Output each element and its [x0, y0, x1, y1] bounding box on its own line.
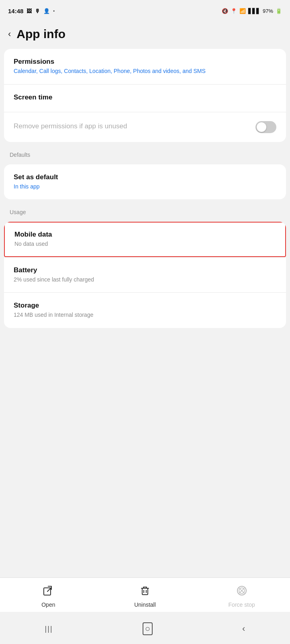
- remove-permissions-item[interactable]: Remove permissions if app is unused: [4, 112, 286, 142]
- back-button[interactable]: ‹: [8, 29, 11, 39]
- force-stop-button[interactable]: Force stop: [222, 585, 262, 608]
- mobile-data-item[interactable]: Mobile data No data used: [4, 222, 286, 257]
- page-title: App info: [16, 27, 65, 41]
- header: ‹ App info: [0, 20, 290, 49]
- remove-permissions-label-container: Remove permissions if app is unused: [14, 122, 127, 132]
- camera-icon: 🖼: [27, 8, 32, 14]
- open-button[interactable]: Open: [28, 585, 68, 608]
- home-nav-icon[interactable]: ○: [143, 622, 153, 635]
- force-stop-icon: [236, 585, 247, 599]
- battery-subtitle: 2% used since last fully charged: [14, 276, 276, 284]
- navigation-bar: ||| ○ ‹: [0, 616, 290, 644]
- battery-title: Battery: [14, 266, 276, 274]
- dot-icon: •: [53, 9, 55, 13]
- defaults-card: Set as default In this app: [4, 164, 286, 200]
- open-icon: [43, 585, 54, 599]
- wifi-icon: 📶: [239, 8, 246, 14]
- battery-icon: 🔋: [276, 8, 282, 14]
- storage-item[interactable]: Storage 124 MB used in Internal storage: [4, 292, 286, 328]
- storage-subtitle: 124 MB used in Internal storage: [14, 311, 276, 319]
- svg-rect-1: [142, 588, 148, 595]
- defaults-section-label: Defaults: [0, 146, 290, 160]
- usage-section-label: Usage: [0, 203, 290, 218]
- screen-time-title: Screen time: [14, 93, 276, 101]
- storage-title: Storage: [14, 302, 276, 310]
- microphone-icon: 🎙: [35, 8, 40, 14]
- person-icon: 👤: [43, 8, 50, 14]
- set-as-default-item[interactable]: Set as default In this app: [4, 164, 286, 200]
- recents-nav-icon[interactable]: |||: [45, 625, 53, 633]
- status-time: 14:48: [8, 8, 23, 14]
- usage-card: Mobile data No data used Battery 2% used…: [4, 222, 286, 328]
- uninstall-icon: [139, 585, 151, 599]
- remove-permissions-row: Remove permissions if app is unused: [14, 121, 276, 133]
- mobile-data-subtitle: No data used: [14, 240, 276, 248]
- open-label: Open: [41, 601, 55, 608]
- status-bar: 14:48 🖼 🎙 👤 • 🔇 📍 📶 ▋▋▋ 97% 🔋: [0, 0, 290, 20]
- mute-icon: 🔇: [222, 8, 228, 14]
- remove-permissions-title: Remove permissions if app is unused: [14, 122, 127, 130]
- permissions-card: Permissions Calendar, Call logs, Contact…: [4, 49, 286, 142]
- uninstall-button[interactable]: Uninstall: [125, 585, 165, 608]
- spacer: [0, 332, 290, 569]
- battery-percent: 97%: [263, 8, 273, 14]
- signal-icon: ▋▋▋: [248, 8, 260, 14]
- back-nav-icon[interactable]: ‹: [242, 624, 245, 634]
- set-as-default-title: Set as default: [14, 173, 276, 181]
- battery-item[interactable]: Battery 2% used since last fully charged: [4, 257, 286, 293]
- set-as-default-subtitle: In this app: [14, 183, 276, 191]
- mobile-data-highlight: Mobile data No data used: [4, 222, 286, 257]
- permissions-title: Permissions: [14, 58, 276, 66]
- force-stop-label: Force stop: [229, 601, 255, 608]
- mobile-data-title: Mobile data: [14, 231, 276, 239]
- permissions-item[interactable]: Permissions Calendar, Call logs, Contact…: [4, 49, 286, 84]
- bottom-action-bar: Open Uninstall Fo: [0, 577, 290, 612]
- location-icon: 📍: [231, 8, 237, 14]
- main-content: Permissions Calendar, Call logs, Contact…: [0, 49, 290, 644]
- status-right: 🔇 📍 📶 ▋▋▋ 97% 🔋: [222, 8, 282, 14]
- permissions-subtitle: Calendar, Call logs, Contacts, Location,…: [14, 67, 276, 75]
- uninstall-label: Uninstall: [134, 601, 156, 608]
- remove-permissions-toggle[interactable]: [255, 121, 276, 133]
- screen-time-item[interactable]: Screen time: [4, 84, 286, 112]
- status-left: 14:48 🖼 🎙 👤 •: [8, 8, 55, 14]
